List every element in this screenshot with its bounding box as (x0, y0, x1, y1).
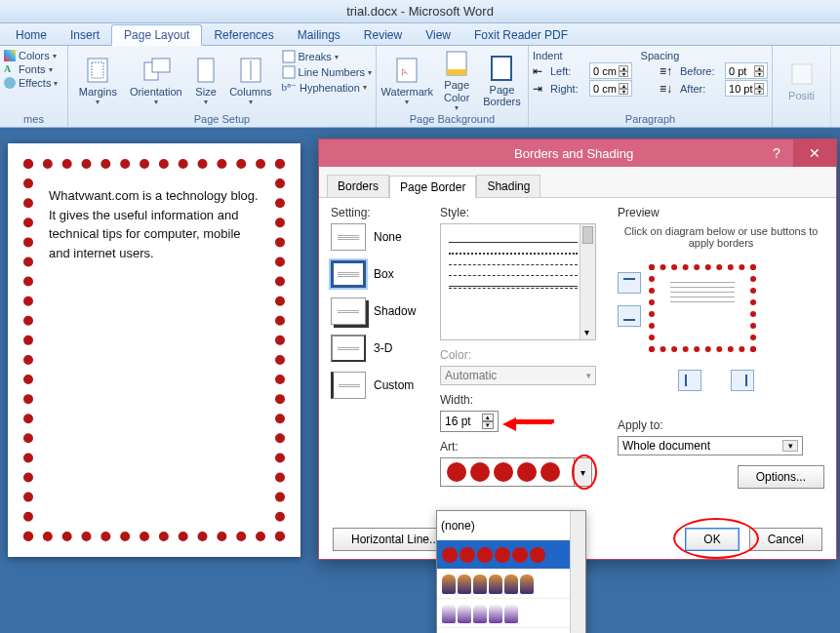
breaks-button[interactable]: Breaks▾ (282, 50, 372, 63)
style-scrollbar[interactable]: ▾ (580, 224, 595, 339)
spacing-header: Spacing (641, 50, 680, 61)
style-listbox[interactable]: ▾ (440, 223, 596, 340)
apply-to-label: Apply to: (618, 418, 824, 432)
setting-shadow[interactable]: Shadow (331, 297, 428, 325)
svg-rect-7 (283, 51, 295, 62)
color-label: Color: (440, 348, 606, 362)
size-button[interactable]: Size▾ (188, 50, 223, 112)
width-input[interactable]: 16 pt ▴▾ (440, 411, 499, 432)
tab-review[interactable]: Review (352, 25, 414, 45)
ok-button[interactable]: OK (685, 528, 739, 551)
setting-label: Setting: (331, 206, 428, 219)
tab-references[interactable]: References (202, 25, 285, 45)
document-text: Whatvwant.com is a technology blog. It g… (49, 188, 259, 260)
page-borders-button[interactable]: Page Borders (480, 50, 524, 112)
preview-bottom-border-button[interactable] (618, 305, 641, 327)
tab-page-layout[interactable]: Page Layout (111, 24, 202, 46)
dialog-help-button[interactable]: ? (760, 139, 793, 167)
watermark-button[interactable]: A Watermark▾ (380, 50, 433, 112)
position-button[interactable]: Positi (777, 50, 826, 112)
spacing-before-input[interactable]: 0 pt▴▾ (725, 62, 768, 79)
themes-colors-label: Colors (19, 50, 50, 61)
margins-icon (82, 57, 113, 84)
line-numbers-button[interactable]: Line Numbers▾ (282, 65, 372, 79)
spacing-after-value: 10 pt (729, 83, 752, 95)
tab-mailings[interactable]: Mailings (286, 25, 352, 45)
themes-effects[interactable]: Effects▾ (4, 77, 58, 89)
setting-custom-label: Custom (374, 378, 414, 392)
style-label: Style: (440, 206, 606, 219)
art-dropdown-list[interactable]: (none) ▾ (436, 510, 586, 633)
columns-button[interactable]: Columns▾ (227, 50, 273, 112)
tab-insert[interactable]: Insert (59, 25, 111, 45)
themes-effects-label: Effects (19, 77, 51, 89)
page-borders-icon (486, 55, 517, 82)
indent-right-input[interactable]: 0 cm▴▾ (589, 80, 632, 97)
art-option-none-label: (none) (441, 519, 475, 533)
dialog-tab-borders[interactable]: Borders (327, 175, 389, 197)
hyphenation-button[interactable]: bᵃ⁻Hyphenation▾ (282, 81, 372, 94)
preview-hint: Click on diagram below or use buttons to… (618, 225, 824, 249)
preview-label: Preview (618, 206, 824, 219)
page-borders-label: Page Borders (483, 84, 521, 107)
art-combo[interactable]: ▾ (440, 457, 592, 487)
themes-colors[interactable]: Colors▾ (4, 50, 58, 61)
page-color-icon (441, 50, 472, 77)
dialog-tab-shading[interactable]: Shading (476, 175, 540, 197)
group-page-bg-label: Page Background (380, 113, 524, 127)
setting-shadow-icon (331, 297, 366, 325)
preview-column: Preview Click on diagram below or use bu… (618, 206, 824, 508)
spacing-after-input[interactable]: 10 pt▴▾ (725, 80, 768, 97)
dialog-close-button[interactable]: ✕ (793, 139, 836, 167)
art-option-apples[interactable] (437, 540, 585, 570)
ribbon-tabs: Home Insert Page Layout References Maili… (0, 23, 840, 46)
svg-rect-13 (492, 57, 511, 80)
color-combo[interactable]: Automatic▾ (440, 366, 596, 385)
borders-shading-dialog: Borders and Shading ? ✕ Borders Page Bor… (318, 138, 837, 560)
svg-rect-3 (152, 59, 170, 72)
orientation-button[interactable]: Orientation▾ (128, 50, 184, 112)
setting-box[interactable]: Box (331, 260, 428, 288)
preview-left-border-button[interactable] (678, 370, 701, 391)
document-page[interactable]: Whatvwant.com is a technology blog. It g… (8, 143, 300, 557)
indent-left-input[interactable]: 0 cm▴▾ (589, 62, 632, 79)
group-paragraph-label: Paragraph (533, 113, 768, 127)
width-value: 16 pt (445, 415, 471, 428)
preview-right-border-button[interactable] (731, 370, 754, 391)
tab-foxit[interactable]: Foxit Reader PDF (462, 25, 580, 45)
setting-shadow-label: Shadow (374, 304, 416, 318)
after-label: After: (680, 83, 717, 95)
art-option-candycorn[interactable] (437, 628, 585, 633)
dialog-titlebar[interactable]: Borders and Shading ? ✕ (319, 139, 836, 167)
art-option-umbrellas[interactable] (437, 599, 585, 628)
options-button[interactable]: Options... (738, 465, 824, 489)
art-option-icecream[interactable] (437, 570, 585, 599)
setting-custom[interactable]: Custom (331, 372, 428, 399)
margins-button[interactable]: Margins▾ (72, 50, 124, 112)
spacing-before-icon: ≡↑ (660, 64, 672, 78)
themes-fonts-label: Fonts (19, 63, 46, 75)
setting-none[interactable]: None (331, 223, 428, 251)
margins-label: Margins (79, 86, 117, 98)
art-option-none[interactable]: (none) (437, 511, 585, 540)
group-arrange-label (777, 125, 826, 127)
position-icon (786, 60, 818, 88)
preview-top-border-button[interactable] (618, 272, 641, 294)
setting-column: Setting: None Box Shadow 3-D Custom (331, 206, 428, 508)
art-dropdown-button[interactable]: ▾ (574, 458, 591, 486)
setting-3d[interactable]: 3-D (331, 335, 428, 362)
window-title: trial.docx - Microsoft Word (346, 4, 494, 19)
apply-to-combo[interactable]: Whole document ▾ (618, 436, 803, 455)
art-dropdown-scrollbar[interactable]: ▾ (570, 511, 585, 633)
themes-fonts[interactable]: AFonts▾ (4, 63, 58, 75)
preview-diagram[interactable] (649, 264, 756, 352)
setting-3d-icon (331, 335, 366, 362)
tab-view[interactable]: View (414, 25, 462, 45)
cancel-button[interactable]: Cancel (749, 528, 822, 551)
dialog-tab-page-border[interactable]: Page Border (389, 176, 476, 198)
svg-rect-14 (792, 64, 812, 84)
breaks-icon (282, 50, 296, 63)
line-numbers-icon (282, 65, 296, 79)
tab-home[interactable]: Home (4, 25, 59, 45)
page-color-button[interactable]: Page Color▾ (437, 50, 475, 112)
